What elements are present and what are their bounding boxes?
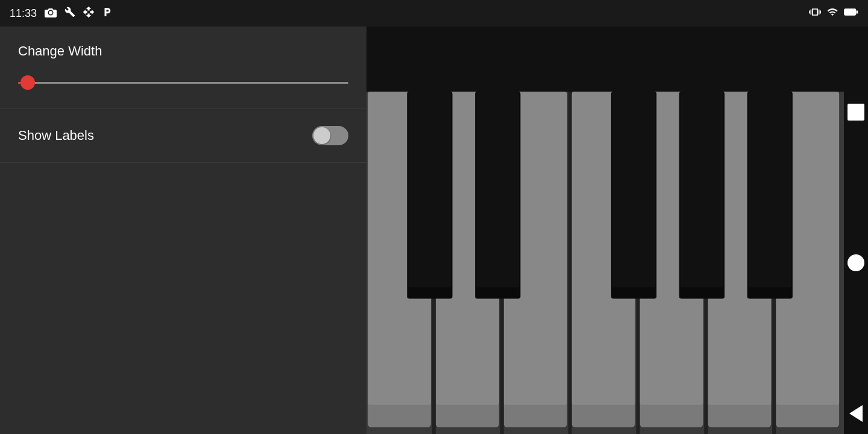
status-left-icons: 11:33: [10, 6, 113, 20]
back-button[interactable]: [849, 405, 863, 422]
stop-button[interactable]: [848, 104, 864, 121]
status-time: 11:33: [10, 7, 37, 20]
svg-rect-0: [844, 9, 856, 15]
svg-rect-30: [681, 92, 723, 288]
svg-rect-28: [612, 92, 655, 288]
piano-panel: [366, 27, 868, 434]
status-bar: 11:33: [0, 0, 868, 27]
settings-panel: Change Width Show Labels: [0, 27, 366, 434]
vibrate-icon: [809, 6, 821, 20]
show-labels-toggle[interactable]: [312, 126, 348, 145]
move-icon: [83, 6, 95, 20]
change-width-label: Change Width: [18, 43, 348, 59]
photo-icon: [44, 7, 57, 20]
main-content: Change Width Show Labels: [0, 27, 868, 434]
piano-top-bar: [366, 27, 868, 92]
svg-rect-26: [476, 92, 519, 288]
battery-icon: [844, 7, 858, 19]
svg-rect-24: [408, 92, 451, 288]
change-width-setting: Change Width: [0, 27, 366, 109]
record-button[interactable]: [848, 254, 864, 271]
status-right-icons: [809, 6, 858, 20]
svg-rect-19: [568, 92, 572, 434]
piano-keys-area[interactable]: [366, 92, 844, 434]
side-buttons: [844, 92, 868, 434]
parking-icon: [102, 6, 113, 20]
show-labels-setting: Show Labels: [0, 109, 366, 163]
toggle-knob: [313, 127, 330, 144]
slider-track: [18, 82, 348, 84]
wrench-icon: [64, 7, 75, 20]
show-labels-label: Show Labels: [18, 128, 94, 143]
wifi-icon: [826, 7, 839, 20]
svg-rect-32: [749, 92, 791, 288]
svg-rect-1: [857, 10, 858, 13]
width-slider-container[interactable]: [18, 74, 348, 92]
slider-thumb[interactable]: [20, 75, 35, 90]
